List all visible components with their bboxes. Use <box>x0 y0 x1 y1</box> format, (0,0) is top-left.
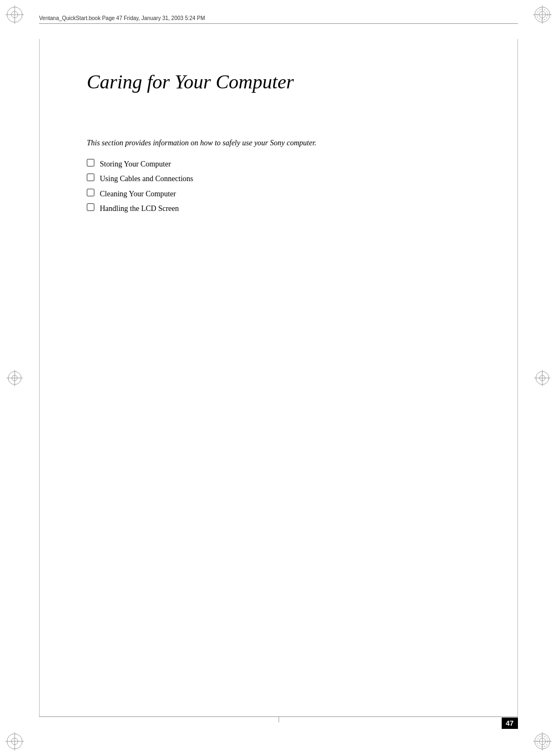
list-item-label: Handling the LCD Screen <box>100 202 179 215</box>
checkbox-icon <box>87 159 94 166</box>
header-text: Ventana_QuickStart.book Page 47 Friday, … <box>39 15 205 21</box>
reg-mark-bottom-left <box>4 731 25 752</box>
reg-mark-top-right <box>532 4 553 25</box>
list-item: Using Cables and Connections <box>87 172 492 185</box>
checklist: Storing Your Computer Using Cables and C… <box>87 157 492 215</box>
reg-mark-top-left <box>4 4 25 25</box>
list-item: Storing Your Computer <box>87 157 492 171</box>
list-item-label: Using Cables and Connections <box>100 172 193 185</box>
reg-mark-mid-left <box>4 368 25 388</box>
intro-paragraph: This section provides information on how… <box>87 137 492 149</box>
reg-mark-mid-right <box>532 368 553 388</box>
page-number: 47 <box>502 717 518 729</box>
chapter-title: Caring for Your Computer <box>87 71 492 94</box>
header-bar: Ventana_QuickStart.book Page 47 Friday, … <box>39 15 518 24</box>
reg-mark-bottom-right <box>532 731 553 752</box>
bottom-center-tick <box>278 717 279 722</box>
checkbox-icon <box>87 174 94 181</box>
list-item: Handling the LCD Screen <box>87 202 492 215</box>
list-item-label: Cleaning Your Computer <box>100 187 176 201</box>
checkbox-icon <box>87 189 94 196</box>
checkbox-icon <box>87 203 94 211</box>
list-item: Cleaning Your Computer <box>87 187 492 201</box>
list-item-label: Storing Your Computer <box>100 157 171 171</box>
main-content: Caring for Your Computer This section pr… <box>87 71 492 216</box>
